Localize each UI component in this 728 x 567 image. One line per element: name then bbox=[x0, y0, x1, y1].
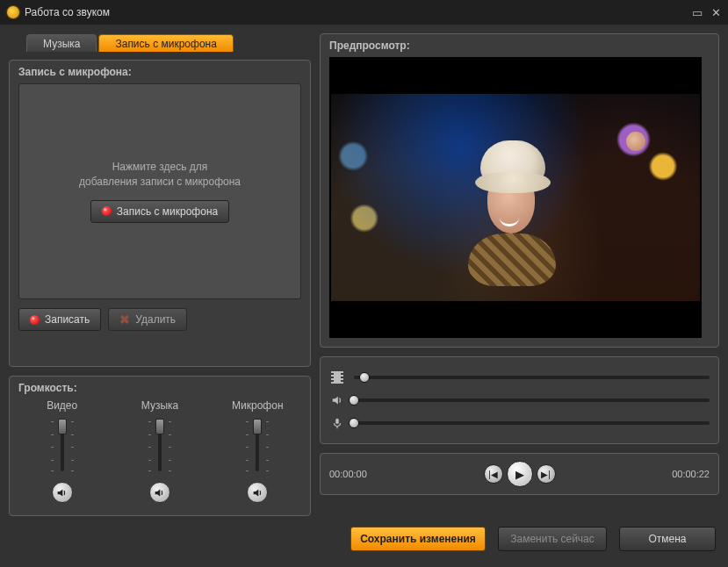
prev-button[interactable]: |◀ bbox=[484, 464, 503, 484]
time-current: 00:00:00 bbox=[329, 469, 391, 479]
next-button[interactable]: ▶| bbox=[537, 464, 556, 484]
track-row-video bbox=[329, 366, 710, 389]
cancel-button[interactable]: Отмена bbox=[619, 527, 716, 551]
record-hint: Нажмите здесь для добавления записи с ми… bbox=[79, 160, 241, 190]
volume-label-mic: Микрофон bbox=[232, 399, 283, 412]
audio-volume-slider[interactable] bbox=[354, 398, 710, 402]
tab-music[interactable]: Музыка bbox=[26, 34, 97, 52]
replace-now-button[interactable]: Заменить сейчас bbox=[498, 527, 607, 551]
mute-mic-button[interactable] bbox=[247, 482, 268, 503]
record-icon bbox=[30, 315, 40, 325]
slider-thumb[interactable] bbox=[58, 419, 67, 434]
save-button[interactable]: Сохранить изменения bbox=[350, 527, 486, 551]
preview-panel: Предпросмотр: bbox=[320, 33, 719, 348]
slider-thumb[interactable] bbox=[349, 395, 359, 406]
mic-icon bbox=[329, 417, 345, 429]
volume-label-video: Видео bbox=[47, 399, 77, 412]
volume-label-music: Музыка bbox=[141, 399, 178, 412]
slider-thumb[interactable] bbox=[253, 419, 262, 434]
record-drop-area[interactable]: Нажмите здесь для добавления записи с ми… bbox=[18, 83, 301, 299]
preview-header: Предпросмотр: bbox=[321, 39, 718, 57]
mic-volume-slider[interactable] bbox=[354, 421, 710, 425]
tab-record-mic[interactable]: Запись с микрофона bbox=[98, 34, 233, 52]
minimize-button[interactable]: ▭ bbox=[692, 6, 703, 19]
record-panel: Запись с микрофона: Нажмите здесь для до… bbox=[9, 60, 311, 367]
time-total: 00:00:22 bbox=[648, 469, 710, 479]
volume-col-mic: Микрофон bbox=[213, 399, 301, 503]
volume-slider-video[interactable] bbox=[51, 417, 74, 475]
mute-video-button[interactable] bbox=[52, 482, 73, 503]
track-row-mic bbox=[329, 412, 710, 434]
speaker-icon bbox=[329, 394, 345, 406]
delete-label: Удалить bbox=[135, 313, 176, 326]
record-from-mic-button[interactable]: Запись с микрофона bbox=[90, 200, 229, 223]
app-icon bbox=[7, 6, 19, 18]
record-panel-header: Запись с микрофона: bbox=[10, 66, 310, 83]
slider-thumb[interactable] bbox=[359, 372, 370, 383]
footer: Сохранить изменения Заменить сейчас Отме… bbox=[0, 516, 728, 551]
slider-thumb[interactable] bbox=[349, 418, 359, 428]
seek-slider[interactable] bbox=[354, 376, 710, 379]
record-button[interactable]: Записать bbox=[18, 308, 101, 331]
volume-panel: Громкость: Видео bbox=[9, 376, 311, 516]
preview-person bbox=[445, 142, 595, 338]
volume-header: Громкость: bbox=[10, 382, 310, 399]
track-sliders-panel bbox=[320, 356, 719, 444]
preview-scene bbox=[331, 94, 700, 301]
record-label: Записать bbox=[45, 313, 90, 326]
video-preview[interactable] bbox=[329, 57, 702, 338]
slider-thumb[interactable] bbox=[155, 419, 164, 434]
film-icon bbox=[329, 371, 345, 384]
playbar-panel: 00:00:00 |◀ ▶ ▶| 00:00:22 bbox=[320, 453, 719, 495]
titlebar: Работа со звуком ▭ ✕ bbox=[0, 0, 728, 25]
track-row-audio bbox=[329, 389, 710, 412]
close-button[interactable]: ✕ bbox=[711, 6, 721, 19]
delete-button[interactable]: ✖ Удалить bbox=[108, 308, 187, 331]
volume-col-music: Музыка bbox=[116, 399, 204, 503]
volume-col-video: Видео bbox=[18, 399, 106, 503]
volume-slider-music[interactable] bbox=[148, 417, 171, 475]
volume-slider-mic[interactable] bbox=[246, 417, 269, 475]
record-from-mic-label: Запись с микрофона bbox=[117, 205, 218, 218]
record-icon bbox=[102, 206, 112, 216]
svg-rect-0 bbox=[335, 419, 339, 424]
tabs: Музыка Запись с микрофона bbox=[9, 33, 311, 51]
play-controls: |◀ ▶ ▶| bbox=[484, 461, 556, 487]
delete-icon: ✖ bbox=[119, 312, 130, 327]
play-button[interactable]: ▶ bbox=[507, 461, 533, 487]
window-title: Работа со звуком bbox=[25, 6, 110, 18]
mute-music-button[interactable] bbox=[149, 482, 170, 503]
